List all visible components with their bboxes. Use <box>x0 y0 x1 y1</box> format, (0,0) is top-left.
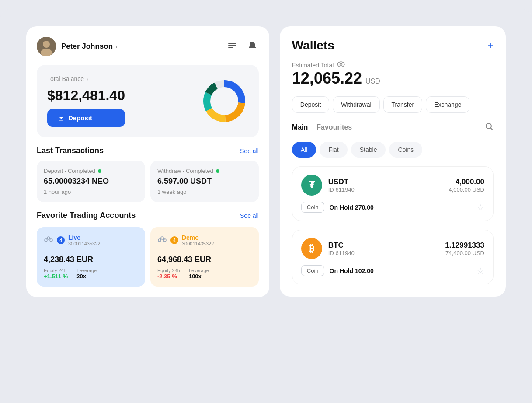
action-transfer-button[interactable]: Transfer <box>383 96 423 113</box>
wallet-item-top-usdt: ₮ USDT ID 611940 4,000.00 4,000.00 USD <box>301 175 484 196</box>
svg-rect-4 <box>228 45 236 46</box>
tx-type-0: Deposit · Completed <box>44 168 138 174</box>
balance-chevron-icon: › <box>87 76 88 82</box>
filter-all[interactable]: All <box>292 142 316 158</box>
svg-point-1 <box>43 41 50 48</box>
fav-accounts-header: Favorite Trading Accounts See all <box>37 211 259 220</box>
estimated-section: Estimated Total 12,065.22 USD <box>292 61 494 88</box>
tx-amount-0: 65.00003234 NEO <box>44 177 138 186</box>
balance-left: Total Balance › $812,481.40 Deposit <box>47 75 125 127</box>
tab-group: Main Favourites <box>292 122 352 133</box>
wallet-item-btc: ₿ BTC ID 611940 1.12991333 74,400.00 USD… <box>292 230 494 284</box>
wallet-coin-info-usdt: ₮ USDT ID 611940 <box>301 175 355 196</box>
wallet-item-bottom-usdt: Coin On Hold 270.00 ☆ <box>301 202 484 213</box>
tx-time-0: 1 hour ago <box>44 189 138 195</box>
svg-rect-3 <box>228 43 236 44</box>
action-withdrawal-button[interactable]: Withdrawal <box>333 96 379 113</box>
filter-buttons: All Fiat Stable Coins <box>292 142 494 158</box>
account-type-demo: Demo 300011435322 <box>182 234 214 246</box>
account-stats-demo: Equity 24h -2.35 % Leverage 100x <box>157 268 252 280</box>
user-info: Peter Johnson › <box>37 37 118 56</box>
action-buttons: Deposit Withdrawal Transfer Exchange <box>292 96 494 113</box>
user-name[interactable]: Peter Johnson › <box>61 42 118 51</box>
tx-dot-1 <box>216 169 219 173</box>
search-button[interactable] <box>485 122 494 133</box>
leverage-live: Leverage 20x <box>76 268 97 280</box>
tx-amount-1: 6,597.00 USDT <box>157 177 252 186</box>
filter-fiat[interactable]: Fiat <box>320 142 347 158</box>
tab-main[interactable]: Main <box>292 122 308 133</box>
avatar <box>37 37 56 56</box>
tx-type-1: Withdraw · Completed <box>157 168 252 174</box>
deposit-icon <box>58 115 65 122</box>
transactions-see-all[interactable]: See all <box>240 147 259 154</box>
account-balance-live: 4,238.43 EUR <box>44 255 138 264</box>
transaction-card-0: Deposit · Completed 65.00003234 NEO 1 ho… <box>37 161 145 202</box>
leverage-demo: Leverage 100x <box>189 268 209 280</box>
usdt-details: USDT ID 611940 <box>328 178 355 193</box>
transaction-card-1: Withdraw · Completed 6,597.00 USDT 1 wee… <box>150 161 259 202</box>
account-top-live: 4 Live 300011435322 <box>44 234 138 246</box>
btc-amounts: 1.12991333 74,400.00 USD <box>445 241 484 256</box>
left-panel: Peter Johnson › <box>26 26 269 297</box>
svg-point-25 <box>486 123 491 129</box>
fav-accounts-see-all[interactable]: See all <box>240 212 259 219</box>
user-header: Peter Johnson › <box>37 37 259 56</box>
btc-icon: ₿ <box>301 238 322 259</box>
accounts-grid: 4 Live 300011435322 4,238.43 EUR Equity … <box>37 227 259 287</box>
transactions-grid: Deposit · Completed 65.00003234 NEO 1 ho… <box>37 161 259 202</box>
usdt-amounts: 4,000.00 4,000.00 USD <box>449 178 484 193</box>
balance-label: Total Balance › <box>47 75 125 82</box>
wallets-title: Wallets <box>292 39 334 53</box>
account-badge-demo: 4 <box>170 236 178 244</box>
donut-chart <box>200 77 248 125</box>
transactions-title: Last Transactions <box>37 146 104 155</box>
screen: Peter Johnson › <box>0 9 532 403</box>
notification-icon[interactable] <box>246 39 259 54</box>
account-icon-live <box>44 235 53 246</box>
filter-coins[interactable]: Coins <box>389 142 422 158</box>
account-card-live[interactable]: 4 Live 300011435322 4,238.43 EUR Equity … <box>37 227 145 287</box>
tab-favourites[interactable]: Favourites <box>316 122 352 133</box>
header-icons <box>226 39 259 54</box>
fav-accounts-title: Favorite Trading Accounts <box>37 211 136 220</box>
coin-tag-usdt[interactable]: Coin <box>301 202 324 213</box>
wallet-item-top-btc: ₿ BTC ID 611940 1.12991333 74,400.00 USD <box>301 238 484 259</box>
transactions-section: Last Transactions See all Deposit · Comp… <box>37 146 259 202</box>
tx-dot-0 <box>98 169 101 173</box>
estimated-label: Estimated Total <box>292 61 494 69</box>
equity-live: Equity 24h +1.511 % <box>44 268 68 280</box>
transactions-header: Last Transactions See all <box>37 146 259 155</box>
account-type-live: Live 300011435322 <box>68 234 100 246</box>
svg-point-13 <box>211 88 237 114</box>
action-deposit-button[interactable]: Deposit <box>292 96 329 113</box>
coin-tag-btc[interactable]: Coin <box>301 265 324 276</box>
deposit-button[interactable]: Deposit <box>47 109 125 127</box>
add-wallet-button[interactable]: + <box>487 39 494 52</box>
account-top-demo: 4 Demo 300011435322 <box>157 234 252 246</box>
action-exchange-button[interactable]: Exchange <box>426 96 469 113</box>
right-panel: Wallets + Estimated Total 12,065.22 USD <box>280 26 506 297</box>
eye-icon[interactable] <box>337 61 345 69</box>
equity-demo: Equity 24h -2.35 % <box>157 268 180 280</box>
account-stats-live: Equity 24h +1.511 % Leverage 20x <box>44 268 138 280</box>
tx-time-1: 1 week ago <box>157 189 252 195</box>
wallet-tabs: Main Favourites <box>292 122 494 133</box>
balance-amount: $812,481.40 <box>47 88 125 104</box>
star-usdt[interactable]: ☆ <box>476 202 484 213</box>
svg-point-14 <box>47 237 50 239</box>
star-btc[interactable]: ☆ <box>476 266 484 276</box>
user-chevron-icon: › <box>115 43 118 50</box>
on-hold-usdt: On Hold 270.00 <box>330 204 374 211</box>
on-hold-btc: On Hold 102.00 <box>330 267 374 274</box>
svg-point-24 <box>340 63 342 66</box>
wallet-coin-info-btc: ₿ BTC ID 611940 <box>301 238 355 259</box>
account-card-demo[interactable]: 4 Demo 300011435322 64,968.43 EUR Equity… <box>150 227 259 287</box>
menu-icon[interactable] <box>226 39 239 54</box>
filter-stable[interactable]: Stable <box>351 142 386 158</box>
svg-point-19 <box>161 237 163 239</box>
svg-rect-6 <box>59 120 63 121</box>
usdt-icon: ₮ <box>301 175 322 196</box>
total-currency: USD <box>365 77 380 85</box>
wallets-header: Wallets + <box>292 39 494 53</box>
